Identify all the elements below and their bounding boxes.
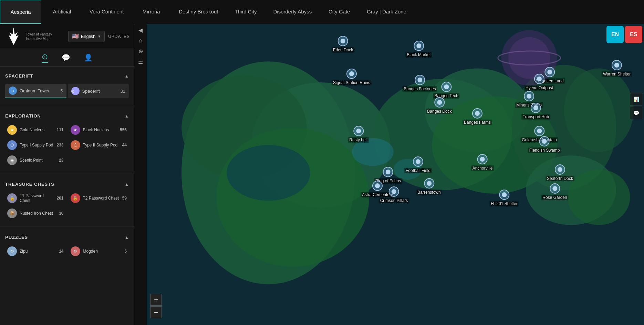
exploration-header[interactable]: EXPLORATION ▲: [5, 110, 129, 122]
puzzles-header[interactable]: PUZZLES ▲: [5, 231, 129, 243]
home-btn[interactable]: ⌂: [139, 38, 142, 44]
t1-chest-count: 201: [56, 196, 63, 201]
black-nucleus-item[interactable]: ★ Black Nucleus 556: [69, 124, 129, 136]
map-location: Warren Shelter: [602, 60, 632, 77]
map-location: Transport Hub: [521, 103, 550, 120]
svg-point-13: [568, 169, 630, 225]
spacerift-label: Spacerift: [82, 89, 100, 94]
type1-supply-icon: ⬡: [7, 140, 17, 150]
flag-icon: 🇺🇸: [72, 33, 79, 40]
language-label: English: [81, 34, 96, 39]
tab-gray-dark[interactable]: Gray | Dark Zone: [360, 0, 413, 24]
map-location: Ring of Echos: [374, 167, 403, 184]
ominum-tower-tab[interactable]: ⊙ Ominum Tower 5: [5, 84, 66, 98]
tab-aesperia[interactable]: Aesperia: [0, 0, 41, 24]
updates-button[interactable]: UPDATES: [108, 34, 130, 39]
svg-marker-0: [9, 28, 19, 45]
ominum-tower-count: 5: [60, 88, 63, 93]
type1-supply-item[interactable]: ⬡ Type I Supply Pod 233: [5, 139, 66, 151]
tab-disorderly[interactable]: Disorderly Abyss: [266, 0, 319, 24]
rusted-chest-count: 30: [59, 211, 63, 216]
type2-supply-item[interactable]: ⬡ Type II Supply Pod 44: [69, 139, 129, 151]
scenic-point-count: 23: [59, 158, 63, 163]
svg-point-10: [512, 65, 616, 190]
tower-of-fantasy-logo: [4, 27, 23, 46]
map-location: Banges Factories: [402, 75, 437, 92]
crosshair-btn[interactable]: ⊕: [138, 48, 143, 54]
type2-supply-label: Type II Supply Pod: [83, 143, 120, 148]
t1-chest-item[interactable]: 🔒 T1 Password Chest 201: [5, 192, 66, 204]
puzzles-section: PUZZLES ▲ ⚙ Zipu 14 ⚙ Mogden 5: [0, 228, 134, 263]
spacerift-tabs: ⊙ Ominum Tower 5 ◎ Spacerift 31: [5, 82, 129, 100]
map-side-controls: 📊 💬: [630, 93, 642, 119]
map-location: Rusty belt: [348, 126, 369, 143]
map-location: Barrenstown: [416, 178, 442, 195]
t2-chest-label: T2 Password Chest: [83, 196, 120, 201]
zipu-item[interactable]: ⚙ Zipu 14: [5, 245, 66, 257]
spacerift-chevron: ▲: [125, 74, 129, 79]
puzzles-grid: ⚙ Zipu 14 ⚙ Mogden 5: [5, 243, 129, 259]
treasure-chevron: ▲: [125, 182, 129, 187]
treasure-title: TREASURE CHESTS: [5, 182, 54, 187]
map-location: Anchorville: [471, 154, 494, 171]
treasure-section: TREASURE CHESTS ▲ 🔒 T1 Password Chest 20…: [0, 175, 134, 225]
t2-chest-count: 59: [122, 196, 127, 201]
spacerift-section: SPACERIFT ▲ ⊙ Ominum Tower 5 ◎ Spacerift…: [0, 67, 134, 103]
tab-mirroria[interactable]: Mirroria: [131, 0, 172, 24]
spacerift-title: SPACERIFT: [5, 73, 33, 79]
tab-vera[interactable]: Vera Continent: [83, 0, 131, 24]
chat-icon-btn[interactable]: 💬: [62, 52, 70, 63]
collapse-panel-btn[interactable]: ◀: [138, 27, 143, 33]
tab-third-city[interactable]: Third City: [225, 0, 266, 24]
comment-icon-btn[interactable]: 💬: [630, 107, 642, 119]
map-location: Banges Tech: [433, 82, 459, 99]
gold-nucleus-item[interactable]: ★ Gold Nucleus 111: [5, 124, 66, 136]
svg-point-17: [508, 37, 550, 79]
sidebar-header: Tower of Fantasy Interactive Map 🇺🇸 Engl…: [0, 24, 134, 49]
chart-icon-btn[interactable]: 📊: [630, 93, 642, 105]
black-nucleus-label: Black Nucleus: [83, 128, 117, 132]
map-area[interactable]: ◀ ⌂ ⊕ ☰: [134, 24, 644, 325]
discord-en-btn[interactable]: EN: [606, 26, 624, 43]
mogden-item[interactable]: ⚙ Mogden 5: [69, 245, 129, 257]
svg-point-16: [501, 30, 557, 86]
tab-destiny[interactable]: Destiny Breakout: [172, 0, 225, 24]
t1-chest-icon: 🔒: [7, 193, 17, 203]
zoom-in-btn[interactable]: +: [150, 294, 162, 306]
gold-nucleus-count: 111: [56, 128, 63, 132]
svg-point-4: [181, 75, 307, 180]
spacerift-count: 31: [121, 89, 125, 94]
list-btn[interactable]: ☰: [138, 59, 143, 65]
zoom-out-btn[interactable]: −: [150, 306, 162, 318]
zoom-controls: + −: [150, 294, 162, 318]
location-icon-btn[interactable]: ⊙: [42, 52, 48, 63]
treasure-header[interactable]: TREASURE CHESTS ▲: [5, 178, 129, 190]
t1-chest-label: T1 Password Chest: [20, 193, 54, 203]
tab-artificial[interactable]: Artificial: [41, 0, 83, 24]
map-location: Signal Station Ruins: [332, 69, 372, 85]
tab-city-gate[interactable]: City Gate: [319, 0, 360, 24]
sidebar-icon-row: ⊙ 💬 👤: [0, 49, 134, 67]
t2-chest-item[interactable]: 🔒 T2 Password Chest 59: [69, 192, 129, 204]
scenic-point-icon: ◉: [7, 155, 17, 165]
spacerift-header[interactable]: SPACERIFT ▲: [5, 70, 129, 82]
svg-point-14: [352, 138, 394, 166]
map-location: Rose Garden: [541, 183, 568, 200]
zipu-label: Zipu: [20, 249, 56, 254]
left-map-panel: ◀ ⌂ ⊕ ☰: [134, 24, 147, 325]
map-location: Goldrush Mountain: [520, 126, 558, 143]
discord-es-btn[interactable]: ES: [625, 26, 642, 43]
spacerift-tab[interactable]: ◎ Spacerift 31: [68, 84, 129, 98]
map-location: Crimson Pillars: [379, 186, 409, 203]
scenic-point-label: Scenic Point: [20, 158, 56, 163]
rusted-chest-item[interactable]: 📦 Rusted Iron Chest 30: [5, 207, 66, 220]
type1-supply-count: 233: [56, 143, 63, 148]
map-terrain-svg: [147, 24, 644, 325]
puzzles-title: PUZZLES: [5, 235, 28, 240]
scenic-point-item[interactable]: ◉ Scenic Point 23: [5, 154, 66, 166]
type1-supply-label: Type I Supply Pod: [20, 143, 54, 148]
exploration-title: EXPLORATION: [5, 113, 41, 119]
map-location: Miner's Camp: [515, 91, 543, 108]
user-icon-btn[interactable]: 👤: [84, 52, 93, 63]
language-selector[interactable]: 🇺🇸 English ▼: [68, 31, 105, 42]
